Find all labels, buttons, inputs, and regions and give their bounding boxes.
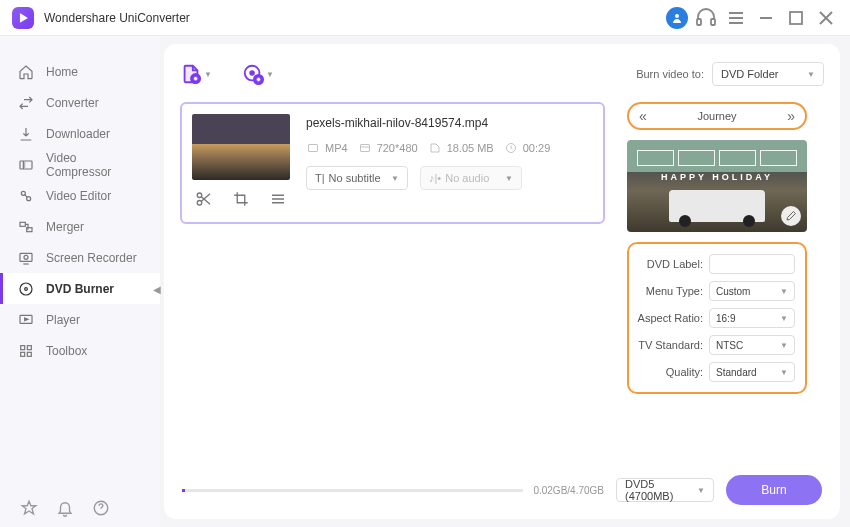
sidebar-item-recorder[interactable]: Screen Recorder	[0, 242, 160, 273]
dvd-label-input[interactable]	[709, 254, 795, 274]
caret-down-icon: ▼	[266, 70, 274, 79]
sidebar: Home Converter Downloader Video Compress…	[0, 36, 160, 527]
disc-type-select[interactable]: DVD5 (4700MB) ▼	[616, 478, 714, 502]
file-resolution: 720*480	[377, 142, 418, 154]
menu-type-select[interactable]: Custom▼	[709, 281, 795, 301]
caret-down-icon: ▼	[505, 174, 513, 183]
burn-button[interactable]: Burn	[726, 475, 822, 505]
sidebar-item-label: Home	[46, 65, 78, 79]
caret-down-icon: ▼	[391, 174, 399, 183]
svg-point-20	[20, 283, 32, 295]
sidebar-item-downloader[interactable]: Downloader	[0, 118, 160, 149]
subtitle-icon: T|	[315, 172, 325, 184]
next-template-button[interactable]: »	[787, 108, 795, 124]
home-icon	[18, 64, 34, 80]
crop-icon[interactable]	[232, 190, 250, 208]
effects-icon[interactable]	[269, 190, 287, 208]
sidebar-item-editor[interactable]: Video Editor	[0, 180, 160, 211]
edit-template-button[interactable]	[781, 206, 801, 226]
toolbar: ▼ ▼ Burn video to: DVD Folder ▼	[180, 54, 824, 94]
prev-template-button[interactable]: «	[639, 108, 647, 124]
user-avatar[interactable]	[666, 7, 688, 29]
tv-standard-select[interactable]: NTSC▼	[709, 335, 795, 355]
svg-rect-17	[20, 253, 32, 261]
sidebar-item-label: Toolbox	[46, 344, 87, 358]
svg-marker-23	[25, 318, 28, 321]
quality-label: Quality:	[633, 366, 703, 378]
trim-icon[interactable]	[195, 190, 213, 208]
svg-point-38	[198, 201, 203, 206]
file-duration: 00:29	[523, 142, 551, 154]
sidebar-item-home[interactable]: Home	[0, 56, 160, 87]
disc-usage-text: 0.02GB/4.70GB	[533, 485, 604, 496]
svg-rect-3	[711, 19, 715, 25]
caret-down-icon: ▼	[697, 486, 705, 495]
footer: 0.02GB/4.70GB DVD5 (4700MB) ▼ Burn	[180, 471, 824, 507]
disc-usage-bar	[182, 489, 523, 492]
add-disc-button[interactable]: ▼	[242, 63, 274, 85]
file-name: pexels-mikhail-nilov-8419574.mp4	[306, 116, 589, 130]
file-card: pexels-mikhail-nilov-8419574.mp4 MP4 720…	[180, 102, 605, 224]
audio-select[interactable]: ♪|•No audio ▼	[420, 166, 522, 190]
collapse-chevron-icon[interactable]: ◀	[153, 284, 161, 295]
svg-rect-8	[790, 12, 802, 24]
svg-rect-27	[27, 352, 31, 356]
dvd-icon	[18, 281, 34, 297]
svg-rect-11	[20, 161, 32, 169]
sidebar-item-label: Downloader	[46, 127, 110, 141]
sidebar-item-label: DVD Burner	[46, 282, 114, 296]
svg-rect-26	[21, 352, 25, 356]
close-button[interactable]	[814, 6, 838, 30]
converter-icon	[18, 95, 34, 111]
svg-rect-44	[309, 145, 318, 152]
audio-icon: ♪|•	[429, 172, 441, 184]
sidebar-item-player[interactable]: Player	[0, 304, 160, 335]
sidebar-item-toolbox[interactable]: Toolbox	[0, 335, 160, 366]
recorder-icon	[18, 250, 34, 266]
add-file-icon	[180, 63, 202, 85]
burn-to-label: Burn video to:	[636, 68, 704, 80]
add-disc-icon	[242, 63, 264, 85]
caret-down-icon: ▼	[807, 70, 815, 79]
dvd-settings: DVD Label: Menu Type: Custom▼ Aspect Rat…	[627, 242, 807, 394]
sidebar-item-merger[interactable]: Merger	[0, 211, 160, 242]
subtitle-select[interactable]: T|No subtitle ▼	[306, 166, 408, 190]
svg-point-33	[250, 71, 254, 75]
help-icon[interactable]	[92, 499, 110, 517]
headset-icon[interactable]	[694, 6, 718, 30]
main-panel: ▼ ▼ Burn video to: DVD Folder ▼	[164, 44, 840, 519]
editor-icon	[18, 188, 34, 204]
menu-icon[interactable]	[724, 6, 748, 30]
aspect-ratio-select[interactable]: 16:9▼	[709, 308, 795, 328]
svg-rect-24	[21, 345, 25, 349]
svg-marker-0	[21, 14, 27, 21]
quality-select[interactable]: Standard▼	[709, 362, 795, 382]
compressor-icon	[18, 157, 34, 173]
sidebar-item-dvd-burner[interactable]: DVD Burner	[0, 273, 160, 304]
svg-line-14	[25, 194, 28, 197]
template-selector: « Journey »	[627, 102, 807, 130]
toolbox-icon	[18, 343, 34, 359]
notification-icon[interactable]	[56, 499, 74, 517]
sidebar-item-compressor[interactable]: Video Compressor	[0, 149, 160, 180]
preview-title: HAPPY HOLIDAY	[627, 172, 807, 182]
sidebar-item-converter[interactable]: Converter	[0, 87, 160, 118]
feedback-icon[interactable]	[20, 499, 38, 517]
add-file-button[interactable]: ▼	[180, 63, 212, 85]
minimize-button[interactable]	[754, 6, 778, 30]
svg-point-1	[675, 14, 679, 18]
caret-down-icon: ▼	[204, 70, 212, 79]
svg-rect-2	[697, 19, 701, 25]
download-icon	[18, 126, 34, 142]
player-icon	[18, 312, 34, 328]
aspect-ratio-label: Aspect Ratio:	[633, 312, 703, 324]
video-thumbnail[interactable]	[192, 114, 290, 180]
sidebar-item-label: Video Editor	[46, 189, 111, 203]
file-format: MP4	[325, 142, 348, 154]
maximize-button[interactable]	[784, 6, 808, 30]
app-title: Wondershare UniConverter	[44, 11, 190, 25]
template-preview: HAPPY HOLIDAY	[627, 140, 807, 232]
burn-to-select[interactable]: DVD Folder ▼	[712, 62, 824, 86]
svg-point-21	[25, 287, 28, 290]
menu-type-label: Menu Type:	[633, 285, 703, 297]
